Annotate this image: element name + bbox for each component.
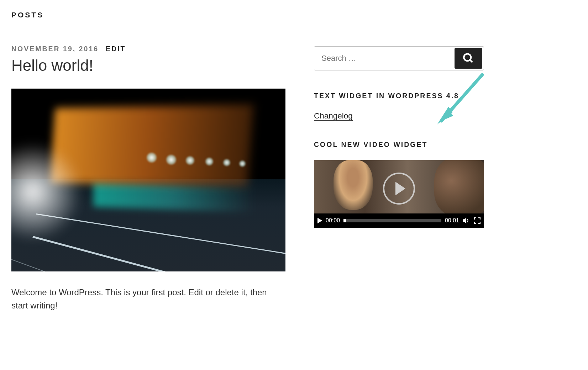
- play-pause-button[interactable]: [317, 218, 322, 223]
- video-widget: COOL NEW VIDEO WIDGET 00:00 00:01: [314, 141, 484, 228]
- post-meta: NOVEMBER 19, 2016 EDIT: [11, 45, 285, 53]
- play-button[interactable]: [383, 173, 415, 205]
- post-title[interactable]: Hello world!: [11, 57, 285, 74]
- main-content: POSTS NOVEMBER 19, 2016 EDIT Hello world…: [11, 11, 285, 312]
- video-player: 00:00 00:01: [314, 160, 484, 228]
- duration: 00:01: [445, 217, 459, 224]
- search-form: [314, 46, 484, 70]
- fullscreen-icon[interactable]: [474, 217, 481, 224]
- play-icon: [395, 182, 405, 195]
- widget-title: TEXT WIDGET IN WORDPRESS 4.8: [314, 92, 484, 100]
- search-button[interactable]: [455, 48, 482, 69]
- section-label: POSTS: [11, 11, 285, 19]
- featured-image: [11, 89, 285, 271]
- video-controls: 00:00 00:01: [314, 213, 484, 228]
- changelog-link[interactable]: Changelog: [314, 111, 353, 121]
- progress-bar[interactable]: [343, 219, 441, 222]
- svg-line-1: [470, 60, 472, 62]
- search-icon: [462, 52, 474, 64]
- sidebar: TEXT WIDGET IN WORDPRESS 4.8 Changelog C…: [314, 11, 484, 312]
- svg-point-0: [464, 54, 471, 61]
- current-time: 00:00: [326, 217, 340, 224]
- widget-title: COOL NEW VIDEO WIDGET: [314, 141, 484, 149]
- svg-marker-2: [463, 218, 466, 224]
- text-widget: TEXT WIDGET IN WORDPRESS 4.8 Changelog: [314, 92, 484, 121]
- post-date: NOVEMBER 19, 2016: [11, 45, 99, 53]
- search-input[interactable]: [314, 47, 453, 70]
- volume-icon[interactable]: [463, 217, 471, 224]
- edit-link[interactable]: EDIT: [106, 45, 126, 53]
- post-body: Welcome to WordPress. This is your first…: [11, 286, 275, 312]
